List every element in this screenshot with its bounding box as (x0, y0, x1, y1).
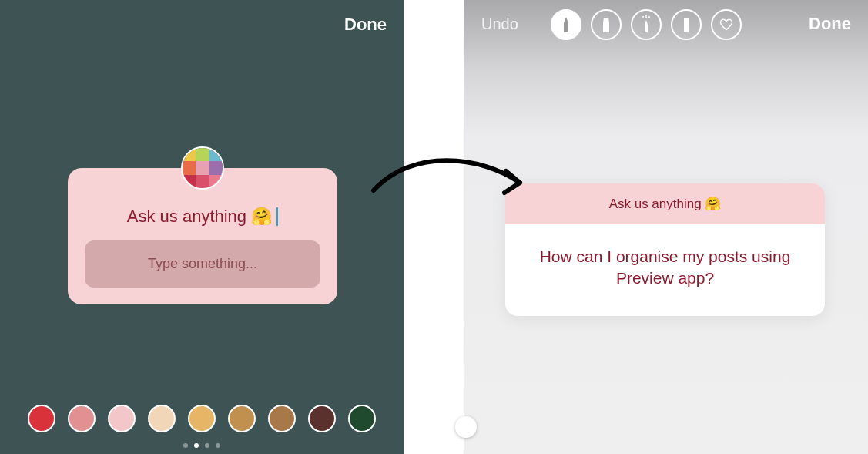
eraser-tool-icon[interactable] (671, 9, 702, 40)
color-swatch[interactable] (28, 405, 55, 432)
text-cursor-icon (276, 207, 278, 226)
page-indicator (0, 443, 404, 448)
question-input[interactable]: Type something... (85, 240, 320, 288)
marker-tool-icon[interactable] (591, 9, 622, 40)
undo-button[interactable]: Undo (481, 15, 518, 33)
done-button-right[interactable]: Done (809, 14, 851, 34)
color-swatch[interactable] (68, 405, 96, 432)
answer-body: How can I organise my posts using Previe… (505, 224, 825, 316)
done-button[interactable]: Done (344, 15, 387, 35)
pen-tool-icon[interactable] (551, 9, 581, 40)
color-swatch[interactable] (228, 405, 256, 432)
arrow-icon (366, 140, 535, 225)
answer-card[interactable]: Ask us anything 🤗 How can I organise my … (505, 183, 825, 316)
page-dot[interactable] (194, 443, 199, 448)
left-topbar: Done (0, 0, 404, 49)
drawing-tools (551, 9, 742, 40)
color-swatch-row (0, 405, 404, 432)
brush-size-handle[interactable] (455, 416, 477, 438)
color-swatch[interactable] (148, 405, 176, 432)
svg-rect-1 (684, 23, 689, 32)
answer-header: Ask us anything 🤗 (505, 183, 825, 224)
prompt-label: Ask us anything 🤗 (127, 207, 272, 227)
heart-tool-icon[interactable] (711, 9, 742, 40)
story-draw-screen: Undo Done Ask us anything 🤗 How can I or… (464, 0, 868, 454)
question-prompt[interactable]: Ask us anything 🤗 (127, 207, 278, 227)
page-dot[interactable] (183, 443, 188, 448)
color-swatch[interactable] (348, 405, 376, 432)
neon-tool-icon[interactable] (631, 9, 662, 40)
page-dot[interactable] (205, 443, 209, 448)
color-swatch[interactable] (268, 405, 296, 432)
story-editor-screen: Done Ask us anything 🤗 Type something... (0, 0, 404, 454)
avatar-icon (181, 146, 224, 190)
question-sticker[interactable]: Ask us anything 🤗 Type something... (68, 168, 337, 304)
color-swatch[interactable] (108, 405, 136, 432)
svg-rect-0 (684, 18, 689, 23)
screen-divider (404, 0, 464, 454)
page-dot[interactable] (216, 443, 220, 448)
color-swatch[interactable] (188, 405, 216, 432)
color-swatch[interactable] (308, 405, 336, 432)
